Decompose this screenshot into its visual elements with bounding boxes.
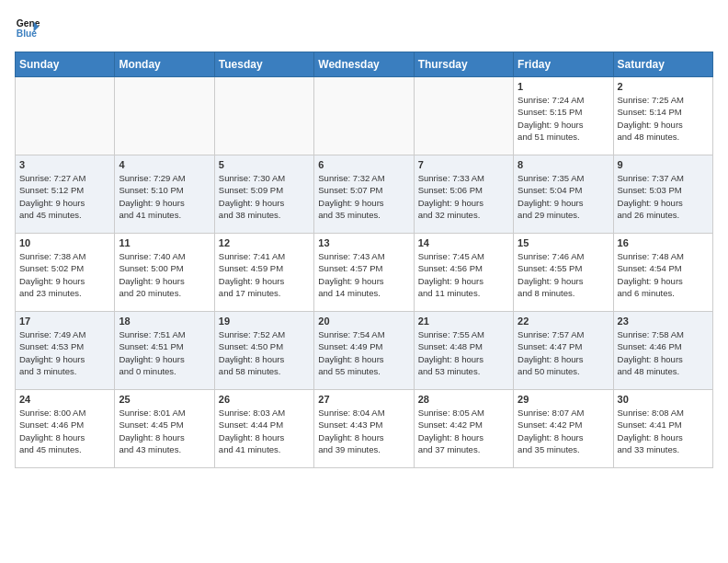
day-number: 12 xyxy=(219,237,310,248)
day-info: Sunrise: 7:45 AM Sunset: 4:56 PM Dayligh… xyxy=(418,250,509,299)
weekday-header-thursday: Thursday xyxy=(414,52,513,77)
calendar-cell: 4Sunrise: 7:29 AM Sunset: 5:10 PM Daylig… xyxy=(115,155,214,234)
calendar-cell: 26Sunrise: 8:03 AM Sunset: 4:44 PM Dayli… xyxy=(214,390,313,468)
day-info: Sunrise: 7:32 AM Sunset: 5:07 PM Dayligh… xyxy=(318,172,409,221)
day-info: Sunrise: 7:48 AM Sunset: 4:54 PM Dayligh… xyxy=(618,250,709,299)
calendar-cell: 8Sunrise: 7:35 AM Sunset: 5:04 PM Daylig… xyxy=(514,155,613,234)
calendar-cell: 5Sunrise: 7:30 AM Sunset: 5:09 PM Daylig… xyxy=(214,155,313,234)
day-number: 8 xyxy=(518,159,609,170)
day-number: 5 xyxy=(219,159,310,170)
day-number: 22 xyxy=(518,316,609,327)
day-info: Sunrise: 7:54 AM Sunset: 4:49 PM Dayligh… xyxy=(318,328,409,377)
weekday-header-monday: Monday xyxy=(115,52,214,77)
day-number: 2 xyxy=(618,81,709,92)
day-number: 14 xyxy=(418,237,509,248)
calendar-cell: 30Sunrise: 8:08 AM Sunset: 4:41 PM Dayli… xyxy=(613,390,712,468)
day-number: 23 xyxy=(618,316,709,327)
day-number: 15 xyxy=(518,237,609,248)
calendar-cell: 14Sunrise: 7:45 AM Sunset: 4:56 PM Dayli… xyxy=(414,234,513,312)
calendar-cell xyxy=(16,77,115,155)
logo: General Blue xyxy=(15,15,44,40)
day-info: Sunrise: 8:08 AM Sunset: 4:41 PM Dayligh… xyxy=(618,407,709,455)
calendar-cell: 6Sunrise: 7:32 AM Sunset: 5:07 PM Daylig… xyxy=(314,155,414,234)
calendar-cell: 16Sunrise: 7:48 AM Sunset: 4:54 PM Dayli… xyxy=(613,234,712,312)
weekday-header-wednesday: Wednesday xyxy=(314,52,414,77)
day-info: Sunrise: 7:24 AM Sunset: 5:15 PM Dayligh… xyxy=(518,94,609,143)
day-info: Sunrise: 7:57 AM Sunset: 4:47 PM Dayligh… xyxy=(518,328,609,377)
day-info: Sunrise: 8:00 AM Sunset: 4:46 PM Dayligh… xyxy=(19,407,110,455)
day-info: Sunrise: 7:33 AM Sunset: 5:06 PM Dayligh… xyxy=(418,172,509,221)
day-number: 3 xyxy=(19,159,110,170)
weekday-header-sunday: Sunday xyxy=(16,52,115,77)
day-info: Sunrise: 7:46 AM Sunset: 4:55 PM Dayligh… xyxy=(518,250,609,299)
header: General Blue xyxy=(15,15,713,40)
calendar-cell: 1Sunrise: 7:24 AM Sunset: 5:15 PM Daylig… xyxy=(514,77,613,155)
calendar-cell: 25Sunrise: 8:01 AM Sunset: 4:45 PM Dayli… xyxy=(115,390,214,468)
calendar-cell: 23Sunrise: 7:58 AM Sunset: 4:46 PM Dayli… xyxy=(613,312,712,390)
day-info: Sunrise: 8:03 AM Sunset: 4:44 PM Dayligh… xyxy=(219,407,310,455)
calendar-cell: 22Sunrise: 7:57 AM Sunset: 4:47 PM Dayli… xyxy=(514,312,613,390)
calendar-cell: 10Sunrise: 7:38 AM Sunset: 5:02 PM Dayli… xyxy=(16,234,115,312)
day-number: 9 xyxy=(618,159,709,170)
weekday-header-friday: Friday xyxy=(514,52,613,77)
calendar-cell: 28Sunrise: 8:05 AM Sunset: 4:42 PM Dayli… xyxy=(414,390,513,468)
day-info: Sunrise: 7:35 AM Sunset: 5:04 PM Dayligh… xyxy=(518,172,609,221)
day-number: 20 xyxy=(318,316,409,327)
calendar-cell: 13Sunrise: 7:43 AM Sunset: 4:57 PM Dayli… xyxy=(314,234,414,312)
day-number: 29 xyxy=(518,394,609,405)
day-info: Sunrise: 7:30 AM Sunset: 5:09 PM Dayligh… xyxy=(219,172,310,221)
day-info: Sunrise: 7:58 AM Sunset: 4:46 PM Dayligh… xyxy=(618,328,709,377)
calendar-cell xyxy=(214,77,313,155)
day-number: 18 xyxy=(119,316,210,327)
day-number: 10 xyxy=(19,237,110,248)
day-number: 7 xyxy=(418,159,509,170)
day-number: 21 xyxy=(418,316,509,327)
calendar-cell: 20Sunrise: 7:54 AM Sunset: 4:49 PM Dayli… xyxy=(314,312,414,390)
calendar-cell xyxy=(414,77,513,155)
day-number: 1 xyxy=(518,81,609,92)
day-info: Sunrise: 8:04 AM Sunset: 4:43 PM Dayligh… xyxy=(318,407,409,455)
day-number: 25 xyxy=(119,394,210,405)
calendar-cell: 18Sunrise: 7:51 AM Sunset: 4:51 PM Dayli… xyxy=(115,312,214,390)
day-number: 13 xyxy=(318,237,409,248)
day-info: Sunrise: 7:27 AM Sunset: 5:12 PM Dayligh… xyxy=(19,172,110,221)
day-number: 11 xyxy=(119,237,210,248)
day-number: 16 xyxy=(618,237,709,248)
calendar-cell: 3Sunrise: 7:27 AM Sunset: 5:12 PM Daylig… xyxy=(16,155,115,234)
calendar-cell: 15Sunrise: 7:46 AM Sunset: 4:55 PM Dayli… xyxy=(514,234,613,312)
day-info: Sunrise: 7:49 AM Sunset: 4:53 PM Dayligh… xyxy=(19,328,110,377)
calendar-cell: 2Sunrise: 7:25 AM Sunset: 5:14 PM Daylig… xyxy=(613,77,712,155)
day-number: 4 xyxy=(119,159,210,170)
day-info: Sunrise: 7:51 AM Sunset: 4:51 PM Dayligh… xyxy=(119,328,210,377)
day-info: Sunrise: 7:52 AM Sunset: 4:50 PM Dayligh… xyxy=(219,328,310,377)
day-info: Sunrise: 7:41 AM Sunset: 4:59 PM Dayligh… xyxy=(219,250,310,299)
day-info: Sunrise: 7:38 AM Sunset: 5:02 PM Dayligh… xyxy=(19,250,110,299)
day-info: Sunrise: 7:29 AM Sunset: 5:10 PM Dayligh… xyxy=(119,172,210,221)
day-info: Sunrise: 8:01 AM Sunset: 4:45 PM Dayligh… xyxy=(119,407,210,455)
day-number: 27 xyxy=(318,394,409,405)
calendar-cell: 19Sunrise: 7:52 AM Sunset: 4:50 PM Dayli… xyxy=(214,312,313,390)
calendar-cell xyxy=(115,77,214,155)
day-info: Sunrise: 7:25 AM Sunset: 5:14 PM Dayligh… xyxy=(618,94,709,143)
weekday-header-tuesday: Tuesday xyxy=(214,52,313,77)
calendar-cell: 11Sunrise: 7:40 AM Sunset: 5:00 PM Dayli… xyxy=(115,234,214,312)
day-number: 19 xyxy=(219,316,310,327)
weekday-header-saturday: Saturday xyxy=(613,52,712,77)
day-info: Sunrise: 8:07 AM Sunset: 4:42 PM Dayligh… xyxy=(518,407,609,455)
calendar-cell: 9Sunrise: 7:37 AM Sunset: 5:03 PM Daylig… xyxy=(613,155,712,234)
day-number: 30 xyxy=(618,394,709,405)
day-info: Sunrise: 7:43 AM Sunset: 4:57 PM Dayligh… xyxy=(318,250,409,299)
day-number: 6 xyxy=(318,159,409,170)
logo-icon: General Blue xyxy=(15,15,40,40)
calendar-cell: 12Sunrise: 7:41 AM Sunset: 4:59 PM Dayli… xyxy=(214,234,313,312)
day-number: 17 xyxy=(19,316,110,327)
day-number: 28 xyxy=(418,394,509,405)
calendar-cell: 21Sunrise: 7:55 AM Sunset: 4:48 PM Dayli… xyxy=(414,312,513,390)
day-number: 26 xyxy=(219,394,310,405)
calendar-table: SundayMondayTuesdayWednesdayThursdayFrid… xyxy=(15,52,713,468)
day-info: Sunrise: 7:37 AM Sunset: 5:03 PM Dayligh… xyxy=(618,172,709,221)
calendar-cell xyxy=(314,77,414,155)
calendar-cell: 29Sunrise: 8:07 AM Sunset: 4:42 PM Dayli… xyxy=(514,390,613,468)
calendar-cell: 17Sunrise: 7:49 AM Sunset: 4:53 PM Dayli… xyxy=(16,312,115,390)
calendar-cell: 24Sunrise: 8:00 AM Sunset: 4:46 PM Dayli… xyxy=(16,390,115,468)
